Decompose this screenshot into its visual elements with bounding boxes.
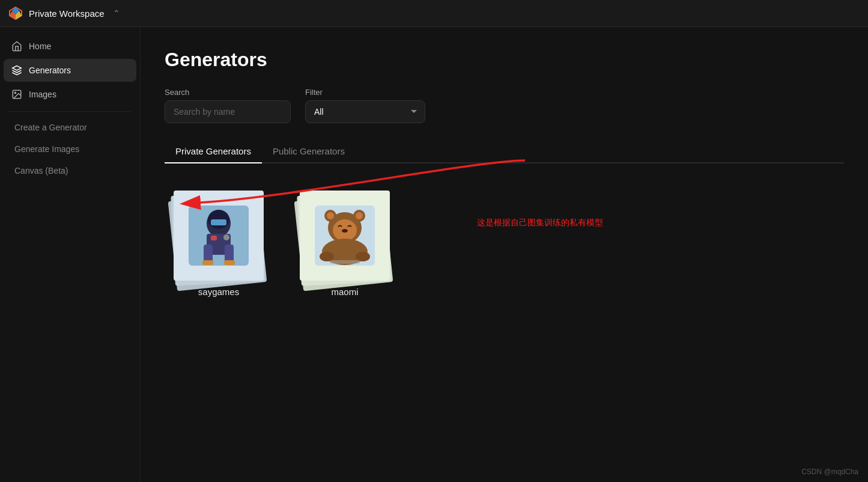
maomi-label: maomi (331, 287, 358, 297)
sidebar-item-generate-images[interactable]: Generate Images (4, 139, 136, 159)
svg-rect-11 (204, 245, 213, 263)
svg-point-24 (356, 212, 363, 219)
maomi-thumbnail (294, 182, 396, 287)
sidebar-item-images[interactable]: Images (4, 83, 136, 106)
filter-group: Filter All Private Public (305, 88, 425, 123)
sidebar-item-create-generator-label: Create a Generator (14, 123, 87, 132)
svg-rect-18 (224, 260, 235, 265)
svg-rect-30 (330, 260, 360, 264)
app-layout: Home Generators Images (0, 27, 868, 482)
home-icon (11, 40, 23, 52)
svg-rect-12 (225, 245, 234, 263)
sidebar-item-generators-label: Generators (29, 66, 71, 75)
tab-public-generators[interactable]: Public Generators (262, 140, 356, 163)
filter-label: Filter (305, 88, 425, 97)
svg-rect-15 (211, 236, 217, 240)
svg-marker-4 (13, 66, 22, 71)
svg-point-28 (320, 252, 334, 261)
svg-point-23 (327, 212, 334, 219)
svg-point-16 (223, 234, 229, 240)
workspace-title: Private Workspace (29, 8, 105, 19)
sidebar-item-home[interactable]: Home (4, 35, 136, 58)
tabs-bar: Private Generators Public Generators (165, 140, 844, 163)
sidebar-item-home-label: Home (29, 41, 51, 51)
sidebar-item-canvas-label: Canvas (Beta) (14, 166, 68, 175)
layers-icon (11, 64, 23, 76)
generator-card-saygames[interactable]: saygames (165, 182, 273, 297)
generator-cards-grid: saygames (165, 182, 844, 297)
sidebar-item-create-generator[interactable]: Create a Generator (4, 117, 136, 138)
svg-point-26 (342, 229, 348, 233)
saygames-layer-3 (174, 191, 264, 281)
maomi-layer-3 (300, 191, 390, 281)
sidebar-item-canvas[interactable]: Canvas (Beta) (4, 160, 136, 181)
search-group: Search (165, 88, 291, 123)
page-title: Generators (165, 49, 844, 71)
sidebar-item-generate-images-label: Generate Images (14, 144, 79, 154)
filter-select[interactable]: All Private Public (305, 100, 425, 123)
workspace-chevron-icon[interactable]: ⌃ (113, 8, 120, 18)
saygames-thumbnail (168, 182, 270, 287)
svg-rect-14 (211, 219, 226, 225)
controls-row: Search Filter All Private Public (165, 88, 844, 123)
main-content: Generators Search Filter All Private Pub… (141, 27, 868, 482)
svg-point-29 (356, 252, 370, 261)
svg-rect-17 (202, 260, 213, 265)
cards-area: 这是根据自己图集训练的私有模型 (165, 182, 844, 297)
generator-card-maomi[interactable]: maomi (291, 182, 399, 297)
sidebar-divider (8, 111, 132, 112)
app-logo-icon (8, 6, 23, 20)
sidebar-item-generators[interactable]: Generators (4, 59, 136, 82)
search-label: Search (165, 88, 291, 97)
tab-private-generators[interactable]: Private Generators (165, 140, 262, 163)
sidebar-item-images-label: Images (29, 90, 56, 99)
image-icon (11, 88, 23, 100)
sidebar: Home Generators Images (0, 27, 141, 482)
search-input[interactable] (165, 100, 291, 123)
svg-point-6 (14, 92, 16, 93)
topbar: Private Workspace ⌃ (0, 0, 868, 27)
watermark: CSDN @mqdCha (801, 468, 858, 476)
